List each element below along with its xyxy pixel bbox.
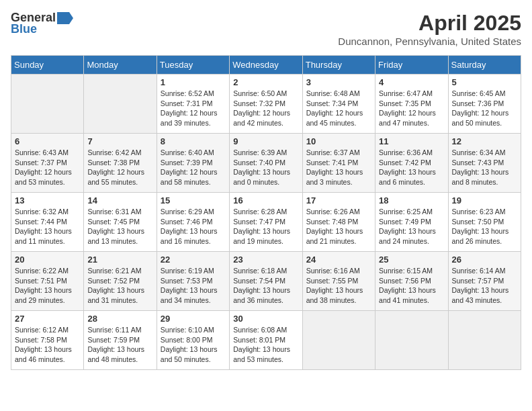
day-sun-info: Sunrise: 6:50 AM Sunset: 7:32 PM Dayligh… bbox=[233, 89, 298, 128]
calendar-cell: 3Sunrise: 6:48 AM Sunset: 7:34 PM Daylig… bbox=[302, 75, 375, 134]
calendar-cell: 17Sunrise: 6:26 AM Sunset: 7:48 PM Dayli… bbox=[302, 193, 375, 252]
calendar-cell: 30Sunrise: 6:08 AM Sunset: 8:01 PM Dayli… bbox=[230, 311, 302, 370]
calendar-cell bbox=[448, 311, 521, 370]
day-sun-info: Sunrise: 6:40 AM Sunset: 7:39 PM Dayligh… bbox=[161, 148, 226, 187]
calendar-cell: 14Sunrise: 6:31 AM Sunset: 7:45 PM Dayli… bbox=[84, 193, 157, 252]
calendar-week-row: 1Sunrise: 6:52 AM Sunset: 7:31 PM Daylig… bbox=[11, 75, 521, 134]
calendar-cell: 21Sunrise: 6:21 AM Sunset: 7:52 PM Dayli… bbox=[84, 252, 157, 311]
day-number: 20 bbox=[15, 255, 80, 265]
day-number: 25 bbox=[379, 255, 444, 265]
days-of-week-row: SundayMondayTuesdayWednesdayThursdayFrid… bbox=[11, 56, 521, 75]
calendar-week-row: 20Sunrise: 6:22 AM Sunset: 7:51 PM Dayli… bbox=[11, 252, 521, 311]
day-number: 7 bbox=[87, 136, 152, 146]
day-sun-info: Sunrise: 6:37 AM Sunset: 7:41 PM Dayligh… bbox=[306, 148, 371, 187]
day-sun-info: Sunrise: 6:08 AM Sunset: 8:01 PM Dayligh… bbox=[233, 325, 298, 365]
calendar-cell: 1Sunrise: 6:52 AM Sunset: 7:31 PM Daylig… bbox=[157, 75, 229, 134]
day-number: 14 bbox=[87, 195, 152, 205]
calendar-cell: 13Sunrise: 6:32 AM Sunset: 7:44 PM Dayli… bbox=[11, 193, 84, 252]
day-number: 29 bbox=[161, 314, 226, 324]
day-number: 3 bbox=[306, 77, 371, 87]
day-of-week-header: Tuesday bbox=[157, 56, 229, 75]
calendar-cell: 6Sunrise: 6:43 AM Sunset: 7:37 PM Daylig… bbox=[11, 134, 84, 193]
calendar-cell: 19Sunrise: 6:23 AM Sunset: 7:50 PM Dayli… bbox=[448, 193, 521, 252]
calendar-cell: 15Sunrise: 6:29 AM Sunset: 7:46 PM Dayli… bbox=[157, 193, 229, 252]
day-sun-info: Sunrise: 6:29 AM Sunset: 7:46 PM Dayligh… bbox=[161, 207, 226, 246]
day-of-week-header: Thursday bbox=[302, 56, 375, 75]
calendar-cell bbox=[375, 311, 448, 370]
day-sun-info: Sunrise: 6:42 AM Sunset: 7:38 PM Dayligh… bbox=[87, 148, 152, 187]
day-sun-info: Sunrise: 6:45 AM Sunset: 7:36 PM Dayligh… bbox=[452, 89, 517, 128]
day-number: 5 bbox=[452, 77, 517, 87]
calendar-cell bbox=[11, 75, 84, 134]
day-sun-info: Sunrise: 6:48 AM Sunset: 7:34 PM Dayligh… bbox=[306, 89, 371, 128]
day-number: 6 bbox=[15, 136, 80, 146]
logo-text-blue: Blue bbox=[11, 22, 37, 36]
day-of-week-header: Friday bbox=[375, 56, 448, 75]
calendar-cell: 27Sunrise: 6:12 AM Sunset: 7:58 PM Dayli… bbox=[11, 311, 84, 370]
day-sun-info: Sunrise: 6:12 AM Sunset: 7:58 PM Dayligh… bbox=[15, 325, 80, 365]
calendar-week-row: 6Sunrise: 6:43 AM Sunset: 7:37 PM Daylig… bbox=[11, 134, 521, 193]
calendar-cell: 16Sunrise: 6:28 AM Sunset: 7:47 PM Dayli… bbox=[230, 193, 302, 252]
day-number: 18 bbox=[379, 195, 444, 205]
calendar-week-row: 27Sunrise: 6:12 AM Sunset: 7:58 PM Dayli… bbox=[11, 311, 521, 370]
day-sun-info: Sunrise: 6:26 AM Sunset: 7:48 PM Dayligh… bbox=[306, 207, 371, 246]
day-of-week-header: Saturday bbox=[448, 56, 521, 75]
calendar-header: SundayMondayTuesdayWednesdayThursdayFrid… bbox=[11, 56, 521, 75]
day-of-week-header: Wednesday bbox=[230, 56, 302, 75]
day-number: 9 bbox=[233, 136, 298, 146]
calendar-cell bbox=[302, 311, 375, 370]
calendar-cell: 25Sunrise: 6:15 AM Sunset: 7:56 PM Dayli… bbox=[375, 252, 448, 311]
day-sun-info: Sunrise: 6:34 AM Sunset: 7:43 PM Dayligh… bbox=[452, 148, 517, 187]
day-number: 10 bbox=[306, 136, 371, 146]
day-number: 11 bbox=[379, 136, 444, 146]
svg-marker-0 bbox=[57, 12, 73, 24]
day-sun-info: Sunrise: 6:23 AM Sunset: 7:50 PM Dayligh… bbox=[452, 207, 517, 246]
day-number: 1 bbox=[161, 77, 226, 87]
calendar-table: SundayMondayTuesdayWednesdayThursdayFrid… bbox=[11, 55, 521, 370]
calendar-body: 1Sunrise: 6:52 AM Sunset: 7:31 PM Daylig… bbox=[11, 75, 521, 370]
calendar-cell: 23Sunrise: 6:18 AM Sunset: 7:54 PM Dayli… bbox=[230, 252, 302, 311]
calendar-cell bbox=[84, 75, 157, 134]
day-sun-info: Sunrise: 6:31 AM Sunset: 7:45 PM Dayligh… bbox=[87, 207, 152, 246]
calendar-cell: 20Sunrise: 6:22 AM Sunset: 7:51 PM Dayli… bbox=[11, 252, 84, 311]
calendar-cell: 4Sunrise: 6:47 AM Sunset: 7:35 PM Daylig… bbox=[375, 75, 448, 134]
title-area: April 2025 Duncannon, Pennsylvania, Unit… bbox=[338, 11, 521, 47]
day-number: 24 bbox=[306, 255, 371, 265]
calendar-cell: 8Sunrise: 6:40 AM Sunset: 7:39 PM Daylig… bbox=[157, 134, 229, 193]
day-sun-info: Sunrise: 6:19 AM Sunset: 7:53 PM Dayligh… bbox=[161, 266, 226, 306]
day-number: 23 bbox=[233, 255, 298, 265]
day-sun-info: Sunrise: 6:43 AM Sunset: 7:37 PM Dayligh… bbox=[15, 148, 80, 187]
day-number: 15 bbox=[161, 195, 226, 205]
day-sun-info: Sunrise: 6:36 AM Sunset: 7:42 PM Dayligh… bbox=[379, 148, 444, 187]
day-sun-info: Sunrise: 6:47 AM Sunset: 7:35 PM Dayligh… bbox=[379, 89, 444, 128]
day-sun-info: Sunrise: 6:32 AM Sunset: 7:44 PM Dayligh… bbox=[15, 207, 80, 246]
day-sun-info: Sunrise: 6:39 AM Sunset: 7:40 PM Dayligh… bbox=[233, 148, 298, 187]
day-number: 8 bbox=[161, 136, 226, 146]
day-sun-info: Sunrise: 6:16 AM Sunset: 7:55 PM Dayligh… bbox=[306, 266, 371, 306]
logo: General Blue bbox=[11, 11, 75, 36]
calendar-cell: 18Sunrise: 6:25 AM Sunset: 7:49 PM Dayli… bbox=[375, 193, 448, 252]
month-title: April 2025 bbox=[338, 11, 521, 36]
location-subtitle: Duncannon, Pennsylvania, United States bbox=[338, 36, 521, 47]
day-sun-info: Sunrise: 6:25 AM Sunset: 7:49 PM Dayligh… bbox=[379, 207, 444, 246]
calendar-cell: 7Sunrise: 6:42 AM Sunset: 7:38 PM Daylig… bbox=[84, 134, 157, 193]
day-sun-info: Sunrise: 6:14 AM Sunset: 7:57 PM Dayligh… bbox=[452, 266, 517, 306]
day-number: 12 bbox=[452, 136, 517, 146]
day-number: 17 bbox=[306, 195, 371, 205]
calendar-cell: 29Sunrise: 6:10 AM Sunset: 8:00 PM Dayli… bbox=[157, 311, 229, 370]
calendar-cell: 10Sunrise: 6:37 AM Sunset: 7:41 PM Dayli… bbox=[302, 134, 375, 193]
day-sun-info: Sunrise: 6:22 AM Sunset: 7:51 PM Dayligh… bbox=[15, 266, 80, 306]
day-number: 21 bbox=[87, 255, 152, 265]
calendar-cell: 24Sunrise: 6:16 AM Sunset: 7:55 PM Dayli… bbox=[302, 252, 375, 311]
day-number: 16 bbox=[233, 195, 298, 205]
day-sun-info: Sunrise: 6:28 AM Sunset: 7:47 PM Dayligh… bbox=[233, 207, 298, 246]
calendar-cell: 12Sunrise: 6:34 AM Sunset: 7:43 PM Dayli… bbox=[448, 134, 521, 193]
day-number: 13 bbox=[15, 195, 80, 205]
day-number: 22 bbox=[161, 255, 226, 265]
calendar-cell: 26Sunrise: 6:14 AM Sunset: 7:57 PM Dayli… bbox=[448, 252, 521, 311]
day-number: 2 bbox=[233, 77, 298, 87]
calendar-cell: 9Sunrise: 6:39 AM Sunset: 7:40 PM Daylig… bbox=[230, 134, 302, 193]
calendar-cell: 5Sunrise: 6:45 AM Sunset: 7:36 PM Daylig… bbox=[448, 75, 521, 134]
day-number: 19 bbox=[452, 195, 517, 205]
day-of-week-header: Monday bbox=[84, 56, 157, 75]
